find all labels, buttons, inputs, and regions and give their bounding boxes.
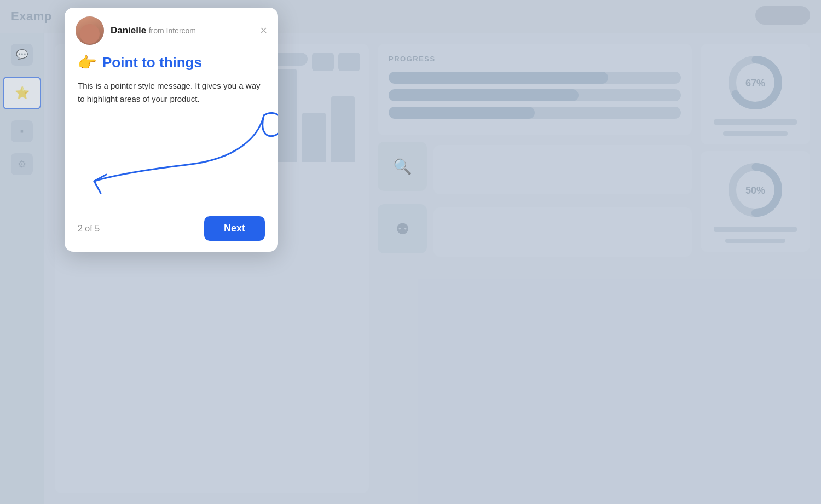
step-label: 2 of 5 (78, 224, 100, 234)
card-footer: 2 of 5 Next (65, 208, 278, 252)
card-body: 👉 Point to things This is a pointer styl… (65, 51, 278, 208)
sender-from: from Intercom (149, 26, 196, 35)
sender-name: Danielle (111, 25, 146, 36)
next-button[interactable]: Next (204, 216, 265, 241)
avatar (76, 16, 104, 45)
sender-info: Danielle from Intercom (111, 25, 196, 36)
card-description: This is a pointer style message. It give… (78, 79, 265, 106)
card-header: Danielle from Intercom × (65, 8, 278, 51)
card-title-row: 👉 Point to things (78, 54, 265, 72)
pointer-card: Danielle from Intercom × 👉 Point to thin… (65, 8, 278, 252)
card-title: Point to things (102, 54, 202, 71)
card-emoji: 👉 (78, 54, 97, 72)
close-button[interactable]: × (260, 25, 267, 37)
arrow-svg (78, 110, 278, 195)
arrow-drawing-area (78, 110, 265, 198)
